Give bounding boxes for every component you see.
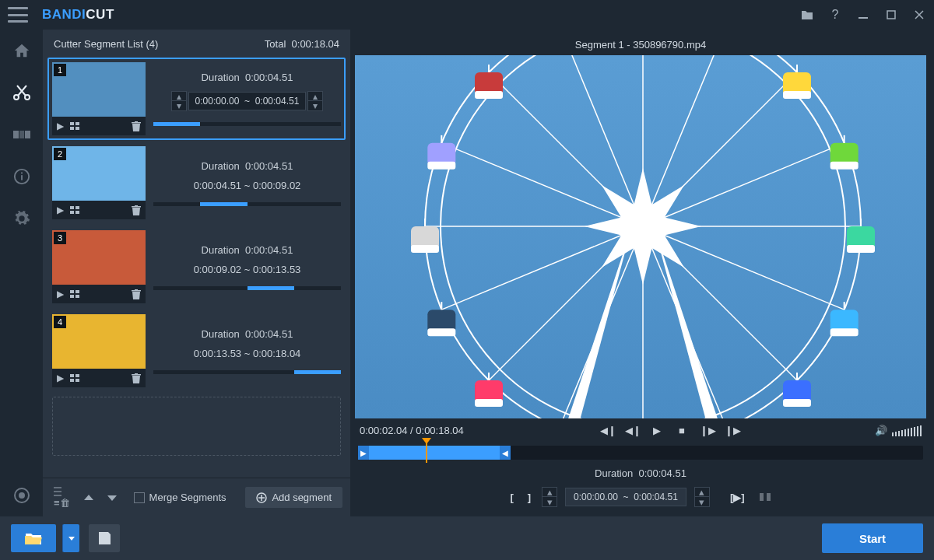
grid-icon[interactable] xyxy=(70,206,79,214)
move-up-icon[interactable] xyxy=(81,495,97,501)
svg-rect-9 xyxy=(21,173,23,174)
svg-rect-83 xyxy=(411,245,439,253)
grid-icon[interactable] xyxy=(70,374,79,382)
svg-rect-97 xyxy=(760,493,764,501)
svg-rect-27 xyxy=(75,379,79,382)
svg-rect-43 xyxy=(783,91,811,99)
end-stepper[interactable]: ▴▾ xyxy=(694,487,710,507)
grid-icon[interactable] xyxy=(70,122,79,130)
app-logo: BANDICUT xyxy=(42,7,114,23)
delete-segment-icon[interactable] xyxy=(132,121,141,131)
set-start-bracket-icon[interactable]: [ xyxy=(507,492,516,503)
sidebar-home-icon[interactable] xyxy=(12,40,32,61)
segment-number: 2 xyxy=(54,148,66,160)
svg-rect-23 xyxy=(75,295,79,298)
open-folder-icon[interactable] xyxy=(800,8,814,22)
play-segment-icon[interactable]: ▶ xyxy=(57,121,64,131)
svg-rect-24 xyxy=(70,374,74,377)
open-file-button[interactable] xyxy=(11,524,56,552)
segment-progress xyxy=(153,286,341,290)
svg-rect-15 xyxy=(75,127,79,130)
sidebar-record-icon[interactable] xyxy=(12,485,32,506)
svg-line-37 xyxy=(643,55,726,226)
end-stepper[interactable]: ▴▾ xyxy=(307,91,323,111)
move-down-icon[interactable] xyxy=(104,495,120,501)
segment-thumbnail[interactable]: 2 xyxy=(52,146,146,201)
sidebar-join-icon[interactable] xyxy=(12,124,32,145)
next-segment-icon[interactable]: ❙▶ xyxy=(725,425,739,436)
segment-list-total: Total 0:00:18.04 xyxy=(265,38,339,50)
svg-line-93 xyxy=(560,55,643,226)
segment-item[interactable]: 3 ▶ Duration 0:00:04.51 0:00:09.02 ~ 0:0… xyxy=(47,226,346,308)
segment-item[interactable]: 4 ▶ Duration 0:00:04.51 0:00:13.53 ~ 0:0… xyxy=(47,310,346,392)
segment-number: 1 xyxy=(54,64,66,76)
list-options-icon[interactable]: ≡🗑 xyxy=(51,486,73,509)
delete-segment-icon[interactable] xyxy=(132,205,141,215)
svg-rect-87 xyxy=(427,162,455,170)
play-segment-icon[interactable]: ▶ xyxy=(57,373,64,383)
svg-rect-18 xyxy=(70,211,74,214)
svg-rect-8 xyxy=(21,175,23,180)
grid-icon[interactable] xyxy=(70,290,79,298)
segment-number: 4 xyxy=(54,316,66,328)
delete-segment-icon[interactable] xyxy=(132,289,141,299)
segment-item[interactable]: 2 ▶ Duration 0:00:04.51 0:00:04.51 ~ 0:0… xyxy=(47,142,346,224)
set-end-bracket-icon[interactable]: ] xyxy=(525,492,534,503)
segment-thumbnail[interactable]: 3 xyxy=(52,230,146,285)
start-stepper[interactable]: ▴▾ xyxy=(542,487,557,507)
play-icon[interactable]: ▶ xyxy=(650,425,664,436)
play-range-icon[interactable]: [▶] xyxy=(727,492,748,503)
segment-thumbnail[interactable]: 4 xyxy=(52,314,146,369)
volume-icon[interactable]: 🔊 xyxy=(875,425,887,436)
menu-button[interactable] xyxy=(8,7,28,23)
repeat-icon[interactable] xyxy=(756,492,774,502)
segment-progress xyxy=(153,122,341,126)
delete-segment-icon[interactable] xyxy=(132,373,141,383)
add-segment-button[interactable]: Add segment xyxy=(245,487,342,508)
play-segment-icon[interactable]: ▶ xyxy=(57,205,64,215)
next-frame-icon[interactable]: ❙▶ xyxy=(700,425,714,436)
video-preview[interactable] xyxy=(355,55,926,418)
prev-segment-icon[interactable]: ◀❙ xyxy=(600,425,614,436)
svg-rect-6 xyxy=(25,131,30,138)
svg-rect-75 xyxy=(475,399,503,407)
range-time-display: 0:00:00.00 ~ 0:00:04.51 xyxy=(565,488,686,506)
svg-rect-5 xyxy=(19,131,24,138)
segment-duration: Duration 0:00:04.51 xyxy=(153,160,341,172)
svg-line-89 xyxy=(489,72,643,226)
svg-rect-0 xyxy=(859,17,868,19)
stop-icon[interactable]: ■ xyxy=(675,425,689,436)
maximize-icon[interactable] xyxy=(884,8,898,22)
segment-list-title: Cutter Segment List (4) xyxy=(54,38,158,50)
save-button[interactable] xyxy=(89,524,120,552)
start-button[interactable]: Start xyxy=(822,523,923,553)
range-end-handle[interactable]: ◀ xyxy=(500,446,511,460)
merge-segments-checkbox[interactable]: Merge Segments xyxy=(134,492,226,504)
sidebar-cut-icon[interactable] xyxy=(12,82,32,103)
svg-rect-1 xyxy=(887,11,895,19)
help-icon[interactable]: ? xyxy=(828,8,842,22)
svg-rect-21 xyxy=(75,290,79,293)
minimize-icon[interactable] xyxy=(856,8,870,22)
svg-point-11 xyxy=(19,492,25,499)
volume-level[interactable] xyxy=(892,425,922,436)
sidebar-settings-icon[interactable] xyxy=(12,208,32,229)
close-icon[interactable] xyxy=(912,8,926,22)
prev-frame-icon[interactable]: ◀❙ xyxy=(625,425,639,436)
timeline[interactable]: ▶ ◀ xyxy=(358,446,923,460)
segment-placeholder[interactable] xyxy=(52,397,341,456)
segment-progress xyxy=(153,202,341,206)
play-segment-icon[interactable]: ▶ xyxy=(57,289,64,299)
open-file-dropdown[interactable] xyxy=(62,524,79,552)
playhead[interactable] xyxy=(426,443,427,463)
segment-duration: Duration 0:00:04.51 xyxy=(153,244,341,256)
range-start-handle[interactable]: ▶ xyxy=(358,446,369,460)
segment-number: 3 xyxy=(54,232,66,244)
segment-item[interactable]: 1 ▶ Duration 0:00:04.51 ▴▾ 0:00:00.00 ~ … xyxy=(47,58,346,140)
segment-thumbnail[interactable]: 1 xyxy=(52,62,146,117)
svg-rect-26 xyxy=(70,379,74,382)
svg-line-73 xyxy=(489,226,643,380)
sidebar-info-icon[interactable] xyxy=(12,166,32,187)
start-stepper[interactable]: ▴▾ xyxy=(171,91,187,111)
svg-rect-12 xyxy=(70,122,74,125)
